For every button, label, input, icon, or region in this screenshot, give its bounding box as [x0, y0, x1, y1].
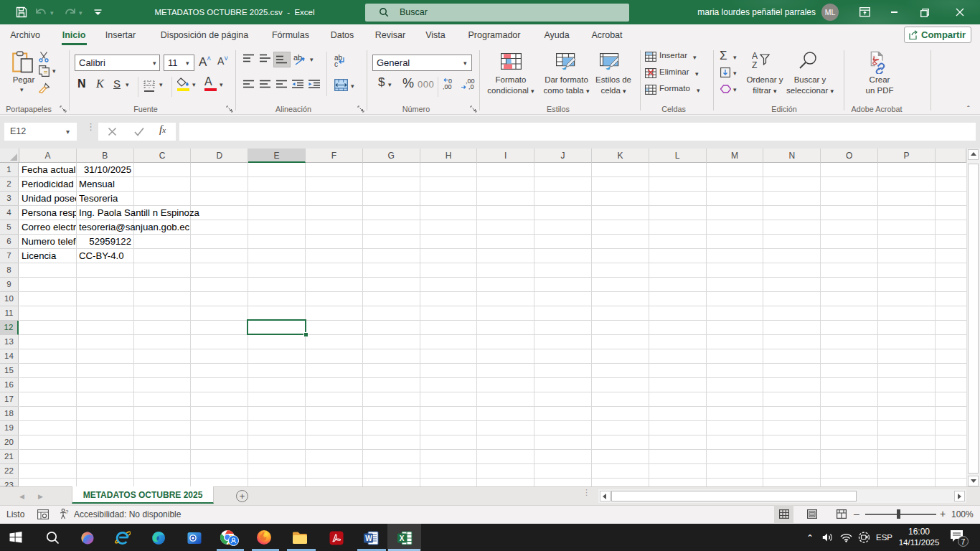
svg-text:c: c — [334, 60, 338, 67]
svg-text:Z: Z — [752, 60, 757, 70]
svg-text:X: X — [400, 534, 405, 542]
svg-text:W: W — [365, 534, 372, 542]
svg-text:?: ? — [65, 509, 69, 515]
svg-text:A: A — [752, 51, 758, 61]
svg-text:,00: ,00 — [443, 83, 452, 90]
